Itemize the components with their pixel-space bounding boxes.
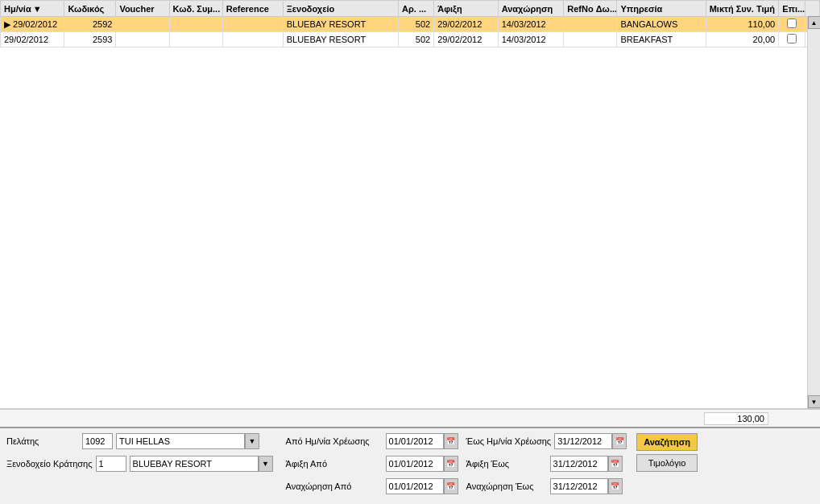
table-cell: BLUEBAY RESORT (283, 17, 398, 32)
eos-hmnia-label: Έως Ημ/νία Χρέωσης (466, 436, 552, 446)
col-header-service[interactable]: Υπηρεσία (617, 1, 706, 17)
table-cell: BANGALOWS (617, 17, 706, 32)
table-cell: 110,00 (706, 17, 778, 32)
pelatis-row: Πελάτης ▼ (6, 433, 273, 449)
table-cell (564, 17, 617, 32)
anaxwrhsh-eos-calendar-button[interactable]: 📅 (608, 478, 623, 494)
apo-hmnia-calendar-button[interactable]: 📅 (444, 433, 458, 449)
table-cell: 502 (399, 17, 434, 32)
hotel-code-input[interactable] (96, 456, 126, 472)
col-header-refno[interactable]: RefNo Δω... (564, 1, 617, 17)
pelatis-code-input[interactable] (82, 433, 113, 449)
table-cell (116, 17, 169, 32)
col-header-departure[interactable]: Αναχώρηση (498, 1, 564, 17)
col-header-date[interactable]: Ημ/νία ▼ (1, 1, 64, 17)
hotel-row: Ξενοδοχείο Κράτησης ▼ (6, 456, 273, 472)
table-cell: 2592 (64, 17, 116, 32)
table-cell: 29/02/2012 (1, 32, 64, 48)
table-cell: 502 (399, 32, 434, 48)
anaxwrhsh-apo-label: Αναχώρηση Από (286, 481, 383, 491)
afixh-apo-calendar-button[interactable]: 📅 (444, 456, 458, 472)
col-header-code[interactable]: Κωδικός (64, 1, 116, 17)
afixh-apo-row: Άφιξη Από 📅 (286, 456, 458, 472)
eos-hmnia-calendar-button[interactable]: 📅 (612, 433, 627, 449)
eos-hmnia-group: 📅 (554, 433, 627, 449)
total-row: 130,00 (0, 409, 820, 427)
table-row[interactable]: 29/02/20122593BLUEBAY RESORT50229/02/201… (1, 32, 820, 48)
data-table: Ημ/νία ▼ Κωδικός Voucher Κωδ. Συμ... Ref… (0, 0, 820, 48)
table-cell: 2593 (64, 32, 116, 48)
afixh-eos-calendar-button[interactable]: 📅 (608, 456, 623, 472)
middle-section: Από Ημ/νία Χρέωσης 📅 Άφιξη Από 📅 Αναχώρη… (286, 433, 458, 498)
anaxwrhsh-eos-label: Αναχώρηση Έως (466, 481, 547, 491)
apo-hmnia-group: 📅 (386, 433, 458, 449)
epi-checkbox[interactable] (787, 19, 797, 28)
apo-hmnia-label: Από Ημ/νία Χρέωσης (286, 436, 383, 446)
right-section: Έως Ημ/νία Χρέωσης 📅 Άφιξη Έως 📅 Αναχώρη… (466, 433, 627, 498)
hotel-dropdown-button[interactable]: ▼ (259, 456, 273, 472)
apo-hmnia-row: Από Ημ/νία Χρέωσης 📅 (286, 433, 458, 449)
afixh-apo-group: 📅 (386, 456, 458, 472)
col-date-label: Ημ/νία (4, 4, 31, 14)
hotel-name-input[interactable] (130, 456, 259, 472)
table-cell: 20,00 (706, 32, 778, 48)
afixh-apo-input[interactable] (386, 456, 444, 472)
col-header-price[interactable]: Μικτή Συν. Τιμή (706, 1, 778, 17)
pelatis-label: Πελάτης (6, 436, 79, 446)
eos-hmnia-input[interactable] (554, 433, 612, 449)
col-header-voucher[interactable]: Voucher (116, 1, 169, 17)
left-section: Πελάτης ▼ Ξενοδοχείο Κράτησης ▼ (6, 433, 273, 475)
pelatis-dropdown-button[interactable]: ▼ (245, 433, 259, 449)
table-cell: BLUEBAY RESORT (283, 32, 398, 48)
afixh-eos-group: 📅 (550, 456, 623, 472)
anaxwrhsh-apo-row: Αναχώρηση Από 📅 (286, 478, 458, 494)
table-cell: 29/02/2012 (434, 17, 498, 32)
afixh-eos-label: Άφιξη Έως (466, 459, 547, 469)
eos-hmnia-row: Έως Ημ/νία Χρέωσης 📅 (466, 433, 627, 449)
col-header-epi[interactable]: Επι... (779, 1, 806, 17)
button-section: Αναζήτηση Τιμολόγιο (636, 433, 698, 472)
table-cell (222, 17, 283, 32)
anaxwrhsh-apo-input[interactable] (386, 478, 444, 494)
table-cell (169, 32, 222, 48)
sort-icon: ▼ (33, 4, 42, 14)
search-button[interactable]: Αναζήτηση (636, 433, 698, 451)
col-header-scroll (806, 1, 820, 17)
table-cell: 29/02/2012 (434, 32, 498, 48)
table-cell (169, 17, 222, 32)
table-area: Ημ/νία ▼ Κωδικός Voucher Κωδ. Συμ... Ref… (0, 0, 820, 409)
afixh-eos-row: Άφιξη Έως 📅 (466, 456, 627, 472)
afixh-eos-input[interactable] (550, 456, 608, 472)
col-header-reference[interactable]: Reference (222, 1, 283, 17)
table-cell (222, 32, 283, 48)
anaxwrhsh-apo-group: 📅 (386, 478, 458, 494)
epi-checkbox-cell[interactable] (779, 32, 806, 48)
col-header-hotel[interactable]: Ξενοδοχείο (283, 1, 398, 17)
vertical-scrollbar[interactable]: ▲ ▼ (807, 16, 820, 408)
col-header-kwdsym[interactable]: Κωδ. Συμ... (169, 1, 222, 17)
pelatis-name-input[interactable] (116, 433, 245, 449)
bottom-panel: Πελάτης ▼ Ξενοδοχείο Κράτησης ▼ (0, 427, 820, 504)
table-cell: 14/03/2012 (498, 17, 564, 32)
scroll-up-button[interactable]: ▲ (808, 16, 821, 29)
scroll-down-button[interactable]: ▼ (808, 395, 821, 408)
apo-hmnia-input[interactable] (386, 433, 444, 449)
invoice-button[interactable]: Τιμολόγιο (636, 454, 698, 472)
scroll-track[interactable] (808, 29, 821, 395)
anaxwrhsh-eos-group: 📅 (550, 478, 623, 494)
table-cell (116, 32, 169, 48)
main-container: Ημ/νία ▼ Κωδικός Voucher Κωδ. Συμ... Ref… (0, 0, 820, 504)
table-row[interactable]: ▶ 29/02/20122592BLUEBAY RESORT50229/02/2… (1, 17, 820, 32)
col-header-arrival[interactable]: Άφιξη (434, 1, 498, 17)
epi-checkbox-cell[interactable] (779, 17, 806, 32)
epi-checkbox[interactable] (787, 34, 797, 43)
col-header-ar[interactable]: Αρ. ... (399, 1, 434, 17)
table-cell (564, 32, 617, 48)
anaxwrhsh-apo-calendar-button[interactable]: 📅 (444, 478, 458, 494)
table-cell: BREAKFAST (617, 32, 706, 48)
anaxwrhsh-eos-row: Αναχώρηση Έως 📅 (466, 478, 627, 494)
hotel-label: Ξενοδοχείο Κράτησης (6, 459, 93, 469)
table-cell: 14/03/2012 (498, 32, 564, 48)
total-value: 130,00 (704, 412, 768, 425)
anaxwrhsh-eos-input[interactable] (550, 478, 608, 494)
